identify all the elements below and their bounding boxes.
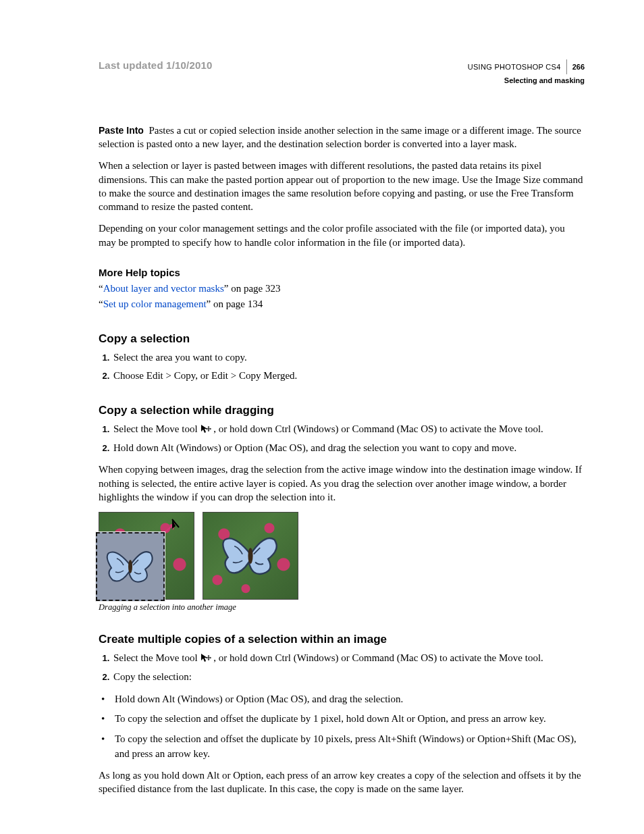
- figure-destination-image: [203, 512, 298, 600]
- list-item: To copy the selection and offset the dup…: [112, 712, 585, 727]
- help-topic-2: “Set up color management” on page 134: [99, 296, 585, 312]
- link-layer-vector-masks[interactable]: About layer and vector masks: [103, 283, 224, 294]
- step: Copy the selection:: [112, 669, 585, 685]
- steps-multiple-copies: Select the Move tool , or hold down Ctrl…: [99, 650, 585, 685]
- svg-point-3: [248, 548, 252, 564]
- paragraph-paste-into: Paste Into Pastes a cut or copied select…: [99, 124, 585, 151]
- step: Select the Move tool , or hold down Ctrl…: [112, 421, 585, 438]
- term-paste-into: Paste Into: [99, 125, 144, 136]
- last-updated: Last updated 1/10/2010: [99, 59, 213, 71]
- page-number: 266: [572, 62, 585, 72]
- more-help-heading: More Help topics: [99, 267, 585, 278]
- step: Select the area you want to copy.: [112, 350, 585, 365]
- steps-copy-selection: Select the area you want to copy. Choose…: [99, 350, 585, 384]
- paragraph-copy-between-images: When copying between images, drag the se…: [99, 463, 585, 504]
- book-title: USING PHOTOSHOP CS4: [468, 62, 561, 72]
- paste-into-text: Pastes a cut or copied selection inside …: [99, 125, 581, 149]
- help-topic-1: “About layer and vector masks” on page 3…: [99, 281, 585, 296]
- figure-caption: Dragging a selection into another image: [99, 602, 585, 613]
- step: Choose Edit > Copy, or Edit > Copy Merge…: [112, 368, 585, 384]
- selection-marquee: [96, 532, 165, 601]
- paragraph-color-management: Depending on your color management setti…: [99, 221, 585, 249]
- section-copy-while-dragging: Copy a selection while dragging: [99, 404, 585, 417]
- list-item: To copy the selection and offset the dup…: [112, 732, 585, 762]
- bullets-multiple-copies: Hold down Alt (Windows) or Option (Mac O…: [99, 692, 585, 762]
- section-copy-selection: Copy a selection: [99, 332, 585, 346]
- svg-point-2: [128, 560, 132, 573]
- step: Select the Move tool , or hold down Ctrl…: [112, 650, 585, 667]
- paragraph-arrow-key-note: As long as you hold down Alt or Option, …: [99, 768, 585, 796]
- step: Hold down Alt (Windows) or Option (Mac O…: [112, 440, 585, 456]
- butterfly-icon: [103, 545, 157, 588]
- page-header: Last updated 1/10/2010 USING PHOTOSHOP C…: [99, 59, 585, 86]
- butterfly-icon: [218, 530, 283, 581]
- section-multiple-copies: Create multiple copies of a selection wi…: [99, 633, 585, 646]
- list-item: Hold down Alt (Windows) or Option (Mac O…: [112, 692, 585, 707]
- header-divider: [566, 59, 567, 74]
- steps-copy-dragging: Select the Move tool , or hold down Ctrl…: [99, 421, 585, 457]
- chapter-title: Selecting and masking: [468, 76, 585, 86]
- link-color-management[interactable]: Set up color management: [103, 298, 207, 309]
- paragraph-resolution-note: When a selection or layer is pasted betw…: [99, 159, 585, 213]
- move-tool-icon: [200, 652, 213, 667]
- figure-drag-selection: [99, 512, 585, 600]
- move-tool-icon: [200, 423, 213, 438]
